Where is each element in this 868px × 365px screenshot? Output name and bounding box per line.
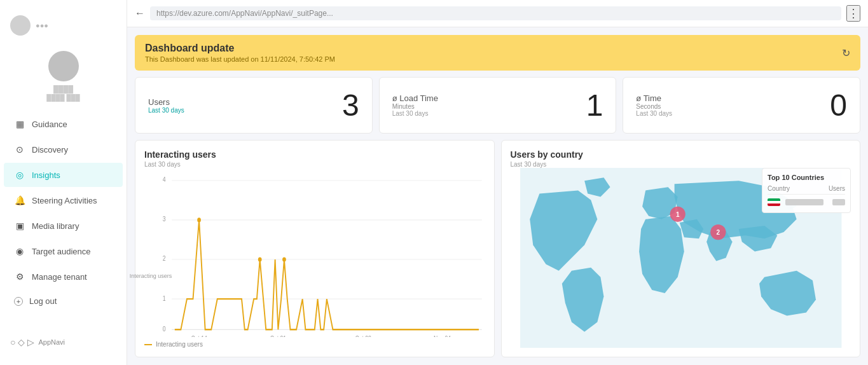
chart-body-interacting: Interacting users 4 3 2 1 0 <box>144 173 485 337</box>
sidebar-nav: ▦ Guidance ⊙ Discovery ◎ Insights 🔔 Stee… <box>0 111 127 329</box>
chart-legend-interacting: Interacting users <box>144 341 485 348</box>
countries-panel: Top 10 Countries Country Users <box>762 168 851 213</box>
stat-sublabel-time: Seconds <box>636 103 672 110</box>
stat-sublabel-loadtime: Minutes <box>392 103 438 110</box>
avatar <box>48 51 79 81</box>
stat-label-time: ø Time <box>636 93 672 103</box>
chart-period-country: Last 30 days <box>511 161 851 168</box>
sidebar-item-media[interactable]: ▣ Media library <box>4 214 123 238</box>
browser-bar: ← https://dev.azure.com/AppNavi/AppNavi/… <box>127 0 868 27</box>
sidebar-label-media: Media library <box>32 221 79 231</box>
svg-text:Oct 21: Oct 21 <box>270 334 286 337</box>
sidebar-logo-text: ●●● <box>36 22 48 29</box>
legend-label: Interacting users <box>156 341 203 348</box>
footer-label: AppNavi <box>38 338 65 346</box>
svg-point-14 <box>197 217 201 222</box>
refresh-icon[interactable]: ↻ <box>842 47 850 59</box>
sidebar-item-logout[interactable]: + Log out <box>4 290 123 312</box>
sidebar-label-guidance: Guidance <box>32 120 67 129</box>
line-chart-svg: 4 3 2 1 0 Oct 14 Oct 21 O <box>144 173 485 337</box>
countries-header: Country Users <box>768 185 845 195</box>
svg-text:3: 3 <box>163 215 166 223</box>
col-country: Country <box>768 185 790 192</box>
svg-text:4: 4 <box>163 176 166 183</box>
url-bar[interactable]: https://dev.azure.com/AppNavi/AppNavi/_s… <box>150 6 841 20</box>
dashboard-banner: Dashboard update This Dashboard was last… <box>135 35 860 71</box>
countries-panel-title: Top 10 Countries <box>768 174 845 181</box>
insights-icon: ◎ <box>14 169 25 181</box>
svg-text:2: 2 <box>716 229 720 236</box>
banner-title: Dashboard update <box>145 43 335 54</box>
svg-text:2: 2 <box>163 255 166 263</box>
chart-period-interacting: Last 30 days <box>144 161 485 168</box>
stat-value-time: 0 <box>830 88 847 123</box>
sidebar-item-guidance[interactable]: ▦ Guidance <box>4 112 123 136</box>
stat-card-loadtime: ø Load Time Minutes Last 30 days 1 <box>379 77 617 134</box>
stat-label-users: Users <box>148 97 184 107</box>
charts-row: Interacting users Last 30 days Interacti… <box>135 140 860 357</box>
col-users: Users <box>829 185 845 192</box>
sidebar-label-target: Target audience <box>32 247 91 256</box>
manage-icon: ⚙ <box>14 271 25 282</box>
dashboard-content: Dashboard update This Dashboard was last… <box>127 27 868 365</box>
banner-subtitle: This Dashboard was last updated on 11/11… <box>145 55 335 63</box>
sidebar-label-discovery: Discovery <box>32 145 68 155</box>
more-button[interactable]: ⋮ <box>846 5 860 22</box>
sidebar-label-logout: Log out <box>29 296 57 306</box>
sidebar-item-discovery[interactable]: ⊙ Discovery <box>4 137 123 162</box>
world-map-container: 1 2 Top 10 Countries Country Users <box>511 168 851 348</box>
svg-point-15 <box>258 258 262 262</box>
footer-circle2-icon[interactable]: ◇ <box>18 337 25 347</box>
country-flag-1 <box>768 198 780 206</box>
svg-text:Nov 04: Nov 04 <box>434 334 451 337</box>
stat-period-loadtime: Last 30 days <box>392 110 438 117</box>
sidebar-item-insights[interactable]: ◎ Insights <box>4 163 123 187</box>
sidebar-item-steering[interactable]: 🔔 Steering Activities <box>4 188 123 212</box>
sidebar: ●●● ████ ████ ███ ▦ Guidance ⊙ Discovery… <box>0 0 127 365</box>
target-icon: ◉ <box>14 245 25 257</box>
sidebar-username: ████ <box>10 85 116 93</box>
sidebar-logo <box>10 15 31 36</box>
stat-period-users: Last 30 days <box>148 107 184 114</box>
stats-row: Users Last 30 days 3 ø Load Time Minutes… <box>135 77 860 134</box>
discovery-icon: ⊙ <box>14 144 25 155</box>
chart-title-country: Users by country <box>511 149 851 160</box>
stat-value-loadtime: 1 <box>586 88 603 123</box>
sidebar-user-section: ████ ████ ███ <box>0 46 127 111</box>
stat-card-users: Users Last 30 days 3 <box>135 77 373 134</box>
country-value-1 <box>832 199 845 205</box>
sidebar-item-manage[interactable]: ⚙ Manage tenant <box>4 265 123 289</box>
country-name-1 <box>785 199 823 205</box>
steering-icon: 🔔 <box>14 195 25 206</box>
country-row-1 <box>768 197 845 207</box>
legend-line <box>144 344 152 345</box>
footer-arrow-icon[interactable]: ▷ <box>27 337 34 347</box>
sidebar-label-steering: Steering Activities <box>32 196 97 205</box>
chart-title-interacting: Interacting users <box>144 149 485 160</box>
media-icon: ▣ <box>14 220 25 231</box>
sidebar-item-target[interactable]: ◉ Target audience <box>4 239 123 263</box>
sidebar-label-manage: Manage tenant <box>32 272 87 282</box>
guidance-icon: ▦ <box>14 118 25 130</box>
users-by-country-chart: Users by country Last 30 days <box>501 140 861 357</box>
svg-text:1: 1 <box>163 294 166 302</box>
footer-circle-icon[interactable]: ○ <box>10 337 15 347</box>
sidebar-label-insights: Insights <box>32 170 60 180</box>
stat-label-loadtime: ø Load Time <box>392 93 438 103</box>
svg-point-16 <box>282 258 286 262</box>
y-axis-label: Interacting users <box>130 273 172 279</box>
interacting-users-chart: Interacting users Last 30 days Interacti… <box>135 140 495 357</box>
svg-text:Oct 14: Oct 14 <box>191 334 207 337</box>
sidebar-footer: ○ ◇ ▷ AppNavi <box>0 329 127 355</box>
back-button[interactable]: ← <box>135 8 145 19</box>
stat-period-time: Last 30 days <box>636 110 672 117</box>
svg-text:0: 0 <box>163 325 166 333</box>
stat-value-users: 3 <box>342 88 359 123</box>
sidebar-header: ●●● <box>0 10 127 46</box>
svg-text:Oct 28: Oct 28 <box>355 334 371 337</box>
main-content: ← https://dev.azure.com/AppNavi/AppNavi/… <box>127 0 868 365</box>
logout-icon: + <box>14 297 23 306</box>
stat-card-time: ø Time Seconds Last 30 days 0 <box>623 77 860 134</box>
svg-text:1: 1 <box>675 211 679 218</box>
